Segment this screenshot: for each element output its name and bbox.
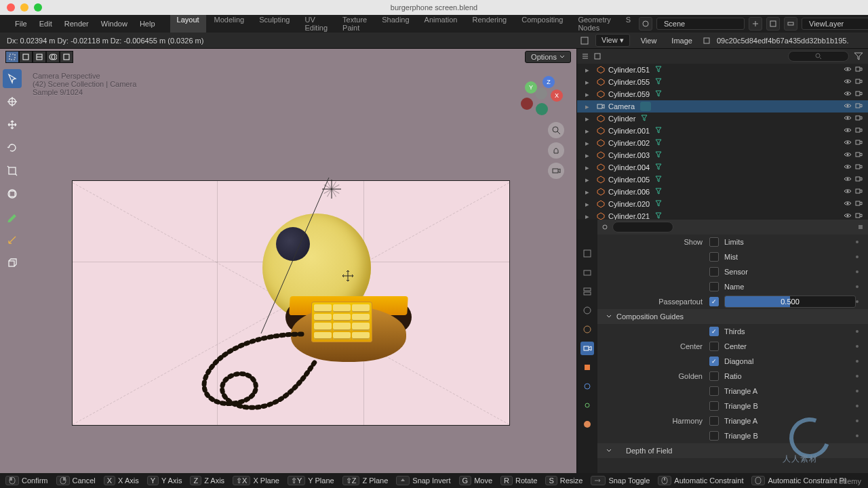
- outliner-row[interactable]: ▸Cylinder.055: [577, 76, 868, 88]
- select-subtract-icon[interactable]: [33, 51, 46, 63]
- outliner-row[interactable]: ▸Cylinder.020: [577, 198, 868, 210]
- mist-checkbox[interactable]: [709, 252, 719, 262]
- disclosure-icon[interactable]: ▸: [585, 139, 592, 148]
- trib-checkbox[interactable]: [709, 401, 719, 411]
- pan-icon[interactable]: [548, 142, 564, 159]
- outliner-search[interactable]: [788, 51, 849, 62]
- select-extend-icon[interactable]: [19, 51, 33, 63]
- tool-annotate[interactable]: [3, 207, 22, 226]
- ratio-checkbox[interactable]: [709, 371, 719, 381]
- tool-measure[interactable]: [3, 230, 22, 249]
- tab-constraints[interactable]: [580, 399, 594, 412]
- tab-viewlayer[interactable]: [580, 285, 594, 298]
- menu-file[interactable]: File: [9, 18, 33, 30]
- outliner-editor-icon[interactable]: [581, 52, 589, 60]
- scene-field[interactable]: Scene: [656, 18, 745, 30]
- menu-help[interactable]: Help: [134, 18, 161, 30]
- filter-icon[interactable]: [853, 51, 864, 62]
- tab-output[interactable]: [580, 266, 594, 279]
- image-datablock[interactable]: 09c20c5d84edf4b67a435dd32bb1b195.: [717, 37, 864, 45]
- visibility-icon[interactable]: [844, 175, 853, 184]
- visibility-icon[interactable]: [844, 126, 853, 136]
- options-dropdown[interactable]: Options: [525, 51, 571, 63]
- name-checkbox[interactable]: [709, 282, 719, 291]
- disclosure-icon[interactable]: ▸: [585, 176, 592, 184]
- disclosure-icon[interactable]: ▸: [585, 200, 592, 209]
- renderable-icon[interactable]: [854, 199, 864, 209]
- disclosure-icon[interactable]: ▸: [585, 151, 592, 160]
- scene-icon[interactable]: [639, 17, 652, 30]
- disclosure-icon[interactable]: ▸: [585, 102, 592, 111]
- disclosure-icon[interactable]: ▸: [585, 90, 592, 99]
- tab-rendering[interactable]: Rendering: [465, 13, 513, 35]
- tab-sculpting[interactable]: Sculpting: [252, 13, 296, 35]
- tab-layout[interactable]: Layout: [170, 13, 206, 35]
- view-menu[interactable]: View: [637, 35, 661, 46]
- sensor-checkbox[interactable]: [709, 267, 719, 277]
- gizmo-neg-x[interactable]: [521, 98, 533, 110]
- disclosure-icon[interactable]: ▸: [585, 78, 592, 87]
- close-icon[interactable]: [7, 3, 15, 12]
- 3d-viewport[interactable]: Options Camera Perspective (42) Scene Co…: [0, 49, 576, 473]
- tool-cursor[interactable]: [3, 92, 22, 111]
- harmb-checkbox[interactable]: [709, 431, 719, 441]
- outliner-row[interactable]: ▸Camera: [577, 100, 868, 113]
- tab-more[interactable]: S: [619, 13, 637, 35]
- renderable-icon[interactable]: [854, 102, 864, 111]
- outliner[interactable]: ▸Cylinder.051▸Cylinder.055▸Cylinder.059▸…: [576, 49, 868, 220]
- visibility-icon[interactable]: [844, 114, 853, 123]
- tool-addcube[interactable]: [3, 253, 22, 272]
- new-scene-icon[interactable]: [766, 17, 780, 30]
- viewlayer-icon[interactable]: [784, 17, 797, 30]
- select-box-icon[interactable]: [5, 51, 19, 63]
- maximize-icon[interactable]: [34, 3, 42, 12]
- tool-move[interactable]: [3, 115, 22, 134]
- outliner-row[interactable]: ▸Cylinder.005: [577, 174, 868, 186]
- outliner-row[interactable]: ▸Cylinder: [577, 113, 868, 125]
- renderable-icon[interactable]: [854, 77, 864, 87]
- gizmo-z[interactable]: Z: [542, 76, 555, 88]
- tab-object-data[interactable]: [580, 342, 594, 355]
- tab-world[interactable]: [580, 323, 594, 336]
- visibility-icon[interactable]: [844, 150, 853, 160]
- harma-checkbox[interactable]: [709, 416, 719, 426]
- tab-animation[interactable]: Animation: [418, 13, 465, 35]
- image-browse-icon[interactable]: [703, 37, 710, 44]
- menu-window[interactable]: Window: [96, 18, 133, 30]
- gizmo-center[interactable]: [535, 87, 547, 100]
- props-options-icon[interactable]: [857, 224, 864, 230]
- disclosure-icon[interactable]: ▸: [585, 115, 592, 123]
- image-menu[interactable]: Image: [667, 35, 696, 46]
- renderable-icon[interactable]: [854, 65, 864, 75]
- renderable-icon[interactable]: [854, 175, 864, 184]
- camera-toggle-icon[interactable]: [548, 163, 564, 179]
- visibility-icon[interactable]: [844, 89, 853, 99]
- visibility-icon[interactable]: [844, 199, 853, 209]
- editor-type-icon[interactable]: [580, 37, 589, 45]
- outliner-row[interactable]: ▸Cylinder.051: [577, 64, 868, 76]
- passepartout-checkbox[interactable]: [709, 297, 719, 306]
- outliner-row[interactable]: ▸Cylinder.001: [577, 125, 868, 137]
- menu-edit[interactable]: Edit: [34, 18, 58, 30]
- tria-checkbox[interactable]: [709, 386, 719, 396]
- tab-object[interactable]: [580, 361, 594, 374]
- nav-gizmo[interactable]: X Y Z: [521, 73, 561, 114]
- visibility-icon[interactable]: [844, 77, 853, 87]
- tab-compositing[interactable]: Compositing: [515, 13, 570, 35]
- outliner-row[interactable]: ▸Cylinder.059: [577, 88, 868, 100]
- tool-transform[interactable]: [3, 184, 22, 203]
- visibility-icon[interactable]: [844, 163, 853, 172]
- renderable-icon[interactable]: [854, 187, 864, 197]
- gizmo-x[interactable]: X: [551, 89, 563, 102]
- visibility-icon[interactable]: [844, 65, 853, 75]
- renderable-icon[interactable]: [854, 114, 864, 123]
- center-checkbox[interactable]: [709, 342, 719, 351]
- display-mode-icon[interactable]: [593, 52, 601, 60]
- select-intersect-icon[interactable]: [46, 51, 60, 63]
- visibility-icon[interactable]: [844, 187, 853, 197]
- disclosure-icon[interactable]: ▸: [585, 66, 592, 75]
- limits-checkbox[interactable]: [709, 237, 719, 247]
- renderable-icon[interactable]: [854, 89, 864, 99]
- outliner-tree[interactable]: ▸Cylinder.051▸Cylinder.055▸Cylinder.059▸…: [577, 64, 868, 222]
- tab-physics[interactable]: [580, 380, 594, 393]
